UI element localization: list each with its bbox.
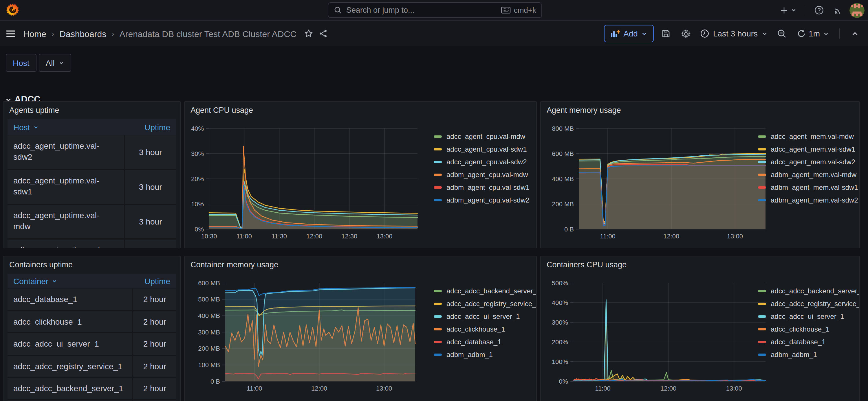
cell-uptime	[125, 240, 176, 248]
column-header-host[interactable]: Host	[7, 122, 124, 132]
legend-item[interactable]: adcc_agent_mem.val-sdw1	[758, 145, 858, 154]
panel-title[interactable]: Containers CPU usage	[547, 260, 626, 269]
legend-item[interactable]: adcc_agent_cpu.val-mdw	[434, 132, 530, 141]
legend-item[interactable]: adcc_adcc_ui_server_1	[758, 312, 860, 321]
breadcrumb: Home › Dashboards › Arenadata DB cluster…	[0, 29, 328, 38]
legend-item[interactable]: adcc_adcc_registry_service_1	[434, 299, 537, 308]
dashboard-settings-button[interactable]	[678, 26, 693, 42]
grafana-logo-icon[interactable]	[5, 3, 20, 18]
panel-title[interactable]: Agent memory usage	[547, 106, 621, 114]
legend-item[interactable]: adbm_agent_mem.val-sdw1	[758, 183, 858, 192]
cell-name: adcc_agent_uptime.val-sdw2	[7, 135, 124, 169]
breadcrumb-home[interactable]: Home	[23, 29, 46, 38]
legend-item[interactable]: adcc_agent_cpu.val-sdw2	[434, 157, 530, 167]
save-dashboard-button[interactable]	[659, 26, 674, 42]
keyboard-icon	[501, 6, 511, 14]
time-range-picker[interactable]: Last 3 hours	[698, 26, 770, 42]
cell-name: adbm_agent_uptime.val-	[7, 240, 124, 248]
legend-label: adcc_agent_cpu.val-sdw1	[446, 145, 527, 153]
column-header-container[interactable]: Container	[7, 276, 132, 286]
legend-swatch-icon	[758, 315, 766, 318]
legend-item[interactable]: adcc_database_1	[758, 337, 860, 346]
agents-uptime-table: Host Uptime adcc_agent_uptime.val-sdw23 …	[7, 119, 176, 248]
agent-cpu-chart: 0%10%20%30%40%10:3011:0011:3012:0012:301…	[189, 124, 423, 243]
panel-title[interactable]: Container memory usage	[190, 260, 278, 269]
share-icon[interactable]	[318, 29, 328, 38]
legend-item[interactable]: adbm_agent_mem.val-sdw2	[758, 196, 858, 205]
legend-item[interactable]: adcc_clickhouse_1	[758, 325, 860, 334]
user-avatar[interactable]	[849, 3, 865, 18]
new-button[interactable]	[780, 2, 797, 18]
y-axis-tick-label: 100%	[552, 358, 568, 365]
y-axis-tick-label: 30%	[191, 150, 204, 157]
legend-item[interactable]: adcc_database_1	[434, 337, 537, 346]
legend-label: adcc_clickhouse_1	[446, 325, 505, 333]
legend-item[interactable]: adcc_adcc_ui_server_1	[434, 312, 537, 321]
search-input[interactable]: Search or jump to... cmd+k	[328, 2, 542, 18]
legend-item[interactable]: adcc_adcc_backend_server_1	[758, 287, 860, 296]
legend-item[interactable]: adbm_adbm_1	[758, 350, 860, 359]
legend-label: adcc_agent_cpu.val-sdw2	[446, 158, 527, 166]
series-area-adcc_adcc_registry_service_1	[573, 305, 766, 381]
favorite-star-icon[interactable]	[304, 29, 313, 38]
y-axis-tick-label: 40%	[191, 125, 204, 132]
legend-swatch-icon	[434, 303, 442, 305]
legend-item[interactable]: adcc_agent_mem.val-mdw	[758, 132, 858, 141]
clock-icon	[701, 29, 710, 38]
cell-name: adcc_agent_uptime.val-mdw	[7, 205, 124, 238]
legend-label: adbm_agent_cpu.val-mdw	[446, 171, 528, 179]
y-axis-tick-label: 0%	[559, 378, 568, 385]
search-shortcut: cmd+k	[501, 6, 536, 14]
refresh-interval-label: 1m	[809, 29, 820, 38]
x-axis-tick-label: 12:00	[660, 385, 676, 392]
series-area-adbm_adbm_1	[225, 288, 415, 381]
news-button[interactable]	[830, 2, 845, 18]
legend-label: adcc_adcc_ui_server_1	[446, 312, 520, 321]
legend-item[interactable]: adcc_adcc_backend_server_1	[434, 287, 537, 296]
variable-host-value-dropdown[interactable]: All	[39, 54, 71, 72]
y-axis-tick-label: 20%	[191, 175, 204, 182]
x-axis-tick-label: 10:30	[201, 233, 217, 240]
graph-bar-plus-icon	[610, 29, 620, 38]
refresh-picker[interactable]: 1m	[794, 26, 832, 42]
y-axis-tick-label: 500%	[552, 279, 568, 287]
cell-uptime: 3 hour	[125, 205, 176, 238]
variable-host-label[interactable]: Host	[6, 54, 36, 72]
legend-item[interactable]: adcc_clickhouse_1	[434, 325, 537, 334]
series-area-adcc_adcc_ui_server_1	[573, 300, 766, 381]
legend-swatch-icon	[434, 161, 442, 164]
containers-uptime-table: Container Uptime adcc_database_12 hourad…	[7, 274, 176, 401]
panel-agents-uptime: Agents uptime Host Uptime adcc_agent_upt…	[3, 101, 181, 248]
container-memory-chart: 0 B100 MB200 MB300 MB400 MB500 MB600 MB1…	[189, 278, 423, 395]
x-axis-tick-label: 12:30	[341, 233, 357, 240]
panel-title[interactable]: Agents uptime	[9, 106, 59, 114]
legend-item[interactable]: adcc_agent_mem.val-sdw2	[758, 157, 858, 167]
add-panel-button[interactable]: Add	[604, 25, 654, 42]
y-axis-tick-label: 400 MB	[198, 312, 220, 320]
menu-icon[interactable]	[6, 29, 16, 38]
help-button[interactable]	[811, 2, 826, 18]
legend-swatch-icon	[434, 354, 442, 356]
legend-item[interactable]: adcc_adcc_registry_service_1	[758, 299, 860, 308]
legend-item[interactable]: adcc_agent_cpu.val-sdw1	[434, 145, 530, 154]
panel-title[interactable]: Containers uptime	[9, 260, 73, 269]
legend-item[interactable]: adbm_adbm_1	[434, 350, 537, 359]
legend-item[interactable]: adbm_agent_cpu.val-mdw	[434, 170, 530, 179]
legend-label: adbm_agent_mem.val-sdw2	[771, 196, 858, 204]
agent-memory-legend: adcc_agent_mem.val-mdwadcc_agent_mem.val…	[758, 132, 858, 205]
y-axis-tick-label: 600 MB	[552, 150, 574, 157]
collapse-toolbar-button[interactable]	[847, 26, 862, 42]
refresh-icon	[797, 29, 806, 38]
legend-item[interactable]: adbm_agent_cpu.val-sdw2	[434, 196, 530, 205]
legend-item[interactable]: adbm_agent_cpu.val-sdw1	[434, 183, 530, 192]
legend-item[interactable]: adbm_agent_mem.val-mdw	[758, 170, 858, 179]
zoom-out-button[interactable]	[774, 26, 789, 42]
panel-title[interactable]: Agent CPU usage	[190, 106, 253, 114]
breadcrumb-dashboards[interactable]: Dashboards	[59, 29, 106, 38]
grafana-dashboard: Search or jump to... cmd+k	[0, 0, 868, 401]
time-range-label: Last 3 hours	[713, 29, 758, 38]
legend-swatch-icon	[434, 328, 442, 331]
column-header-uptime[interactable]: Uptime	[124, 122, 176, 132]
sort-chevron-icon	[33, 124, 39, 130]
column-header-uptime[interactable]: Uptime	[132, 276, 176, 286]
